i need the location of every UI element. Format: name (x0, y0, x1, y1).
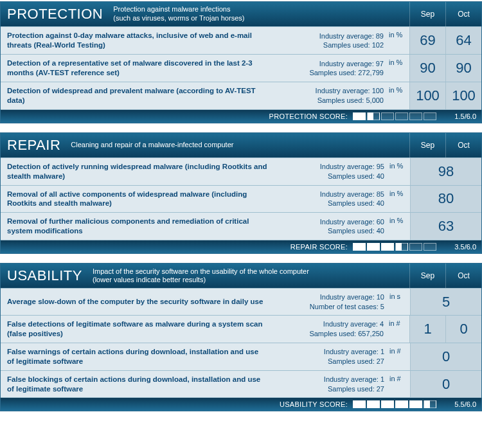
section-title: PROTECTION (1, 2, 109, 26)
row-unit: in % (389, 55, 409, 82)
score-label: REPAIR SCORE: (290, 243, 353, 251)
value-merged: 0 (410, 343, 481, 370)
meta-line1: Industry average: 10 (275, 292, 384, 301)
value-merged: 98 (410, 158, 481, 185)
score-bar (424, 112, 436, 120)
row-description: Protection against 0-day malware attacks… (1, 27, 273, 54)
score-footer: USABILITY SCORE:5.5/6.0 (1, 398, 481, 411)
row-unit: in % (389, 158, 410, 185)
meta-line1: Industry average: 60 (275, 217, 384, 226)
value-oct: 90 (445, 55, 481, 82)
score-bar (353, 400, 366, 408)
subtitle-line1: Impact of the security software on the u… (93, 267, 406, 276)
meta-line1: Industry average: 1 (275, 347, 384, 356)
score-footer: REPAIR SCORE:3.5/6.0 (1, 240, 481, 253)
row-unit: in % (389, 27, 409, 54)
value-sep: 100 (409, 82, 445, 109)
row-meta: Industry average: 97Samples used: 272,79… (273, 55, 389, 82)
score-text: 1.5/6.0 (436, 112, 481, 120)
row-description: Detection of a representative set of mal… (1, 55, 273, 82)
table-row: Average slow-down of the computer by the… (1, 288, 481, 316)
month-header-sep: Sep (409, 133, 445, 157)
month-header-oct: Oct (445, 2, 481, 26)
value-merged: 5 (410, 289, 481, 315)
row-unit: in % (389, 82, 409, 109)
score-bar (353, 243, 366, 251)
score-label: USABILITY SCORE: (280, 400, 353, 408)
meta-line2: Number of test cases: 5 (275, 302, 384, 311)
score-bars (353, 112, 436, 120)
table-row: Protection against 0-day malware attacks… (1, 26, 481, 55)
meta-line1: Industry average: 89 (274, 31, 384, 40)
row-meta: Industry average: 100Samples used: 5,000 (273, 82, 389, 109)
row-unit: in # (389, 371, 410, 398)
value-oct: 64 (445, 27, 481, 54)
value-merged: 0 (410, 371, 481, 398)
row-description: False blockings of certain actions durin… (1, 371, 274, 398)
score-bar (395, 243, 408, 251)
table-row: Detection of a representative set of mal… (1, 55, 481, 82)
section-title: USABILITY (1, 264, 89, 288)
row-meta: Industry average: 95Samples used: 40 (274, 158, 389, 185)
score-bar (409, 400, 422, 408)
value-merged: 63 (410, 213, 481, 240)
score-bar (381, 400, 394, 408)
row-description: False warnings of certain actions during… (1, 343, 274, 370)
score-text: 5.5/6.0 (436, 400, 481, 408)
row-unit: in % (389, 213, 410, 240)
meta-line1: Industry average: 100 (274, 86, 384, 95)
month-header-sep: Sep (409, 264, 445, 288)
row-meta: Industry average: 1Samples used: 27 (274, 371, 389, 398)
score-bar (381, 112, 394, 120)
section-subtitle: Cleaning and repair of a malware-infecte… (67, 133, 409, 157)
row-meta: Industry average: 4Samples used: 657,250 (273, 316, 389, 343)
score-bar (395, 112, 408, 120)
row-description: Removal of all active components of wide… (1, 186, 274, 213)
section-repair: REPAIRCleaning and repair of a malware-i… (0, 132, 482, 255)
month-header-sep: Sep (409, 2, 445, 26)
table-row: False blockings of certain actions durin… (1, 371, 481, 399)
score-label: PROTECTION SCORE: (269, 112, 353, 120)
table-row: Detection of actively running widespread… (1, 157, 481, 186)
section-header: PROTECTIONProtection against malware inf… (1, 2, 481, 26)
meta-line2: Samples used: 40 (275, 199, 384, 208)
score-bar (367, 243, 380, 251)
row-unit: in % (389, 186, 410, 213)
value-sep: 69 (409, 27, 445, 54)
score-bar (424, 243, 436, 251)
score-bars (353, 400, 436, 408)
meta-line1: Industry average: 97 (274, 59, 384, 68)
meta-line2: Samples used: 657,250 (274, 329, 384, 338)
meta-line2: Samples used: 27 (275, 384, 384, 393)
row-meta: Industry average: 60Samples used: 40 (274, 213, 389, 240)
score-bar (381, 243, 394, 251)
row-unit: in s (389, 289, 410, 315)
meta-line1: Industry average: 95 (275, 162, 384, 171)
score-bar (353, 112, 366, 120)
meta-line1: Industry average: 85 (275, 190, 384, 199)
month-header-oct: Oct (445, 133, 481, 157)
score-bar (409, 243, 422, 251)
meta-line2: Samples used: 5,000 (274, 96, 384, 105)
value-oct: 0 (445, 316, 481, 343)
row-description: False detections of legitimate software … (1, 316, 273, 343)
subtitle-line2: (such as viruses, worms or Trojan horses… (113, 14, 406, 23)
meta-line1: Industry average: 4 (274, 319, 384, 328)
subtitle-line2: (lower values indicate better results) (93, 276, 406, 285)
section-header: REPAIRCleaning and repair of a malware-i… (1, 133, 481, 157)
score-bar (409, 112, 422, 120)
meta-line2: Samples used: 40 (275, 226, 384, 235)
table-row: False warnings of certain actions during… (1, 343, 481, 371)
meta-line2: Samples used: 27 (275, 357, 384, 366)
meta-line2: Samples used: 102 (274, 40, 384, 49)
section-subtitle: Protection against malware infections(su… (109, 2, 409, 26)
score-bar (395, 400, 408, 408)
value-sep: 1 (409, 316, 445, 343)
subtitle-line1: Cleaning and repair of a malware-infecte… (71, 141, 406, 150)
row-meta: Industry average: 89Samples used: 102 (273, 27, 389, 54)
row-description: Removal of further malicious components … (1, 213, 274, 240)
row-description: Average slow-down of the computer by the… (1, 289, 274, 315)
month-header-oct: Oct (445, 264, 481, 288)
meta-line1: Industry average: 1 (275, 375, 384, 384)
section-protection: PROTECTIONProtection against malware inf… (0, 1, 482, 123)
